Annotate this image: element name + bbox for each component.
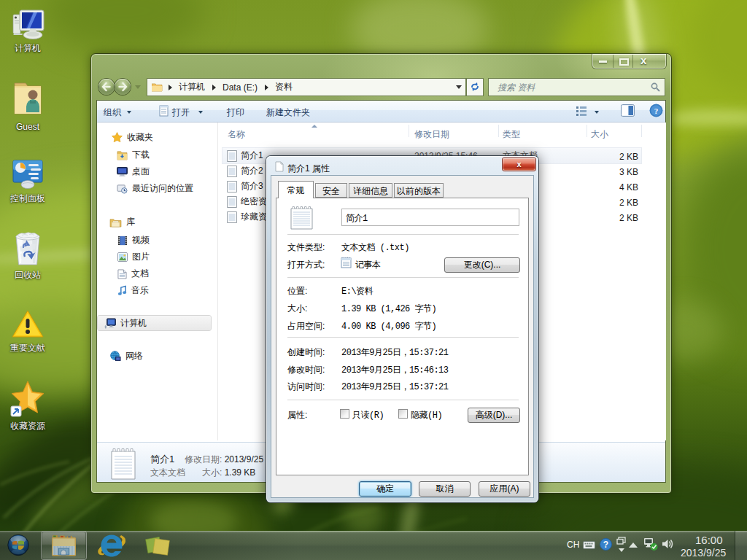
svg-text:?: ? — [603, 540, 608, 550]
svg-text:?: ? — [654, 106, 659, 115]
